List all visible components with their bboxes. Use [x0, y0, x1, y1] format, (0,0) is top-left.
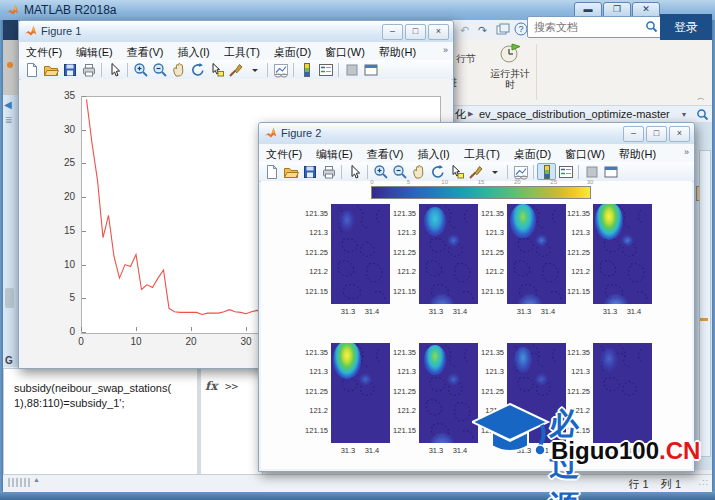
figure1-show-plot-tools-icon[interactable]	[361, 61, 380, 78]
search-icon[interactable]	[645, 20, 658, 33]
figure1-link-plot-icon[interactable]	[271, 61, 290, 78]
figure2-subplot-5[interactable]	[331, 343, 390, 443]
figure2-menu-2[interactable]: 查看(V)	[360, 145, 411, 162]
editor-scrollbar[interactable]	[699, 150, 711, 457]
figure1-pointer-icon[interactable]	[105, 61, 124, 78]
figure1-menu-3[interactable]: 插入(I)	[170, 43, 216, 60]
figure2-subplot-3[interactable]	[507, 204, 566, 304]
figure1-menu-0[interactable]: 文件(F)	[19, 43, 69, 60]
figure2-hide-plot-tools-icon[interactable]	[582, 163, 601, 180]
figure1-maximize-button[interactable]: □	[405, 24, 426, 40]
figure2-menu-0[interactable]: 文件(F)	[259, 145, 309, 162]
command-prompt[interactable]: >>	[225, 380, 238, 393]
figure1-rotate-3d-icon[interactable]	[188, 61, 207, 78]
figure1-print-icon[interactable]	[79, 61, 98, 78]
scrollbar-thumb[interactable]	[5, 288, 14, 308]
figure2-menu-4[interactable]: 工具(T)	[457, 145, 507, 162]
figure2-zoom-in-icon[interactable]	[371, 163, 390, 180]
figure1-menu-4[interactable]: 工具(T)	[217, 43, 267, 60]
figure2-new-file-icon[interactable]	[262, 163, 281, 180]
subplot-x-tick-label: 31.3	[423, 307, 449, 316]
figure2-menu-7[interactable]: 帮助(H)	[612, 145, 663, 162]
figure2-menu-3[interactable]: 插入(I)	[410, 145, 456, 162]
figure2-subplot-7[interactable]	[507, 343, 566, 443]
figure2-subplot-6[interactable]	[419, 343, 478, 443]
address-dropdown-icon[interactable]: ▾	[682, 110, 686, 119]
colorbar-tick-label: 0	[367, 179, 377, 185]
figure2-zoom-out-icon[interactable]	[390, 163, 409, 180]
figure1-data-cursor-icon[interactable]	[207, 61, 226, 78]
figure2-subplot-2[interactable]	[419, 204, 478, 304]
figure2-save-icon[interactable]	[300, 163, 319, 180]
figure2-minimize-button[interactable]: –	[623, 126, 644, 142]
menu-overflow-icon[interactable]: »	[443, 45, 448, 55]
figure2-menu-1[interactable]: 编辑(E)	[309, 145, 360, 162]
figure1-colorbar-icon[interactable]	[297, 61, 316, 78]
figure1-pan-icon[interactable]	[169, 61, 188, 78]
subplot-y-tick-label: 121.3	[560, 228, 590, 237]
figure1-brush-icon[interactable]	[226, 61, 245, 78]
figure1-save-icon[interactable]	[60, 61, 79, 78]
figure2-show-plot-tools-icon[interactable]	[601, 163, 620, 180]
help-icon[interactable]: ?	[514, 22, 528, 36]
statusbar-expand-icon[interactable]: ▲	[33, 476, 40, 483]
figure2-colorbar-icon[interactable]	[537, 163, 556, 180]
figure2-brush-icon[interactable]	[466, 163, 485, 180]
figure2-menu-5[interactable]: 桌面(D)	[507, 145, 558, 162]
figure2-legend-icon[interactable]	[556, 163, 575, 180]
menu-overflow-icon[interactable]: »	[684, 147, 689, 157]
login-button[interactable]: 登录	[660, 14, 712, 40]
x-tick-label: 30	[234, 336, 258, 347]
figure2-dropdown-caret-icon[interactable]	[485, 163, 504, 180]
figure1-menu-1[interactable]: 编辑(E)	[69, 43, 120, 60]
figure1-legend-icon[interactable]	[316, 61, 335, 78]
ribbon-collapse-icon[interactable]: ︿	[697, 92, 705, 103]
figure2-print-icon[interactable]	[319, 163, 338, 180]
command-window[interactable]: fx >>	[201, 368, 263, 476]
figure2-pointer-icon[interactable]	[345, 163, 364, 180]
undo-icon[interactable]: ↶	[460, 21, 469, 39]
figure2-subplot-8[interactable]	[593, 343, 652, 443]
figure2-menu-6[interactable]: 窗口(W)	[558, 145, 612, 162]
figure2-close-button[interactable]: ×	[669, 126, 690, 142]
figure1-minimize-button[interactable]: –	[382, 24, 403, 40]
figure1-menu-6[interactable]: 窗口(W)	[318, 43, 372, 60]
figure1-titlebar[interactable]: Figure 1 – □ ×	[19, 21, 453, 43]
heat-spot-main	[514, 347, 533, 372]
figure1-menu-7[interactable]: 帮助(H)	[372, 43, 423, 60]
address-bar[interactable]: 化 ▶ ev_space_distribution_optimize-maste…	[452, 105, 712, 123]
figure1-zoom-out-icon[interactable]	[150, 61, 169, 78]
figure1-new-file-icon[interactable]	[22, 61, 41, 78]
doc-search-input[interactable]	[532, 18, 644, 36]
figure2-link-plot-icon[interactable]	[511, 163, 530, 180]
figure2-canvas[interactable]: 051015202530121.35121.3121.25121.2121.15…	[261, 181, 692, 469]
redo-icon[interactable]: ↷	[478, 21, 487, 39]
window-stack-icon[interactable]	[496, 23, 510, 36]
figure2-data-cursor-icon[interactable]	[447, 163, 466, 180]
figure2-pan-icon[interactable]	[409, 163, 428, 180]
figure2-subplot-1[interactable]	[331, 204, 390, 304]
figure2-subplot-4[interactable]	[593, 204, 652, 304]
doc-search-box[interactable]	[527, 16, 662, 38]
figure1-menu-5[interactable]: 桌面(D)	[267, 43, 318, 60]
figure2-maximize-button[interactable]: □	[646, 126, 667, 142]
folder-search-icon[interactable]	[696, 108, 709, 121]
subplot-y-tick-label: 121.15	[474, 287, 504, 296]
figure1-menu-2[interactable]: 查看(V)	[120, 43, 171, 60]
figure1-close-button[interactable]: ×	[428, 24, 449, 40]
figure1-zoom-in-icon[interactable]	[131, 61, 150, 78]
back-arrow-icon[interactable]: ◀	[4, 99, 12, 110]
current-folder-path[interactable]: ev_space_distribution_optimize-master	[479, 106, 670, 123]
figure2-window[interactable]: Figure 2 – □ × 文件(F)编辑(E)查看(V)插入(I)工具(T)…	[258, 122, 695, 472]
run-and-time-button[interactable]: 运行并计时	[488, 42, 532, 102]
panel-menu-icon[interactable]: ≣	[5, 115, 13, 125]
statusbar-grip-icon[interactable]	[8, 478, 30, 487]
figure1-dropdown-caret-icon[interactable]	[245, 61, 264, 78]
figure1-hide-plot-tools-icon[interactable]	[342, 61, 361, 78]
editor-snippet-panel[interactable]: subsidy(neibour_swap_stations( 1),88:110…	[3, 368, 198, 476]
figure1-open-file-icon[interactable]	[41, 61, 60, 78]
figure2-open-file-icon[interactable]	[281, 163, 300, 180]
resize-grip-icon[interactable]: .::	[698, 477, 709, 487]
figure2-titlebar[interactable]: Figure 2 – □ ×	[259, 123, 694, 145]
figure2-rotate-3d-icon[interactable]	[428, 163, 447, 180]
